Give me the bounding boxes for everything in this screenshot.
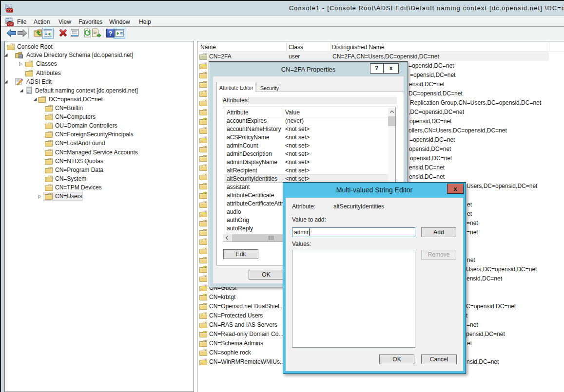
svg-text:?: ? bbox=[109, 30, 113, 37]
